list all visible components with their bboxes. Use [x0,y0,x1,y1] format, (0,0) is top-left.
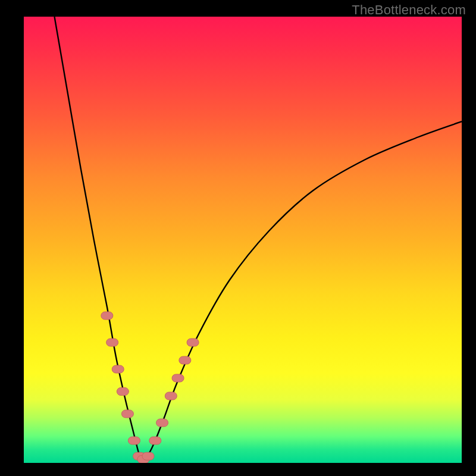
marker-point [117,388,129,396]
curve-layer [24,17,462,463]
marker-point [179,356,191,364]
marker-point [187,339,199,346]
curve-right-branch [142,121,462,461]
marker-point [165,392,177,400]
marker-point [149,437,161,444]
curve-left-branch [55,17,142,461]
chart-frame: TheBottleneck.com [0,0,476,476]
plot-area [24,17,462,463]
marker-point [112,365,124,373]
marker-point [121,410,133,418]
trough-markers [101,312,199,463]
marker-point [128,437,140,444]
marker-point [101,312,113,320]
marker-point [156,419,168,427]
marker-point [142,452,154,460]
watermark-text: TheBottleneck.com [352,2,466,18]
marker-point [107,339,118,346]
marker-point [172,374,184,382]
